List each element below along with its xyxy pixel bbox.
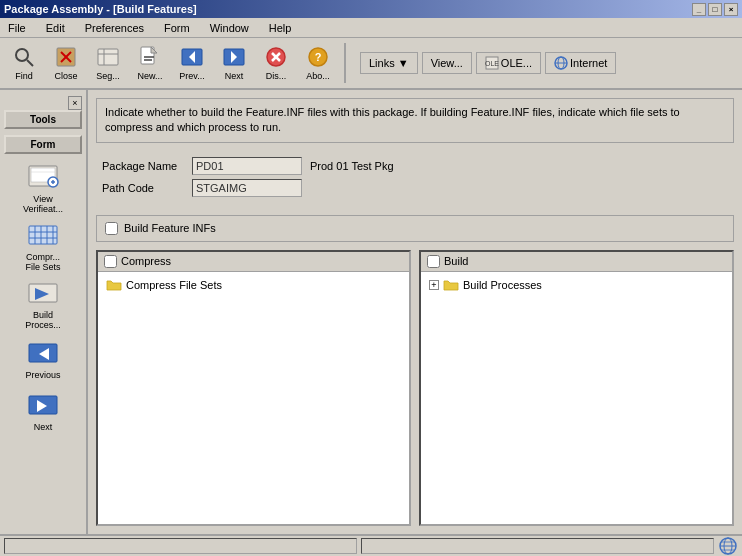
next-label: Next xyxy=(225,71,244,81)
compress-label[interactable]: Compress xyxy=(121,255,171,267)
find-label: Find xyxy=(15,71,33,81)
sidebar-close-button[interactable]: × xyxy=(68,96,82,110)
view-button[interactable]: View... xyxy=(422,52,472,74)
ole-icon: OLE xyxy=(485,56,499,70)
main-container: × Tools Form View Verifieat... xyxy=(0,90,742,534)
title-bar-buttons: _ □ × xyxy=(692,3,738,16)
build-tree-item[interactable]: + Build Processes xyxy=(425,276,728,294)
compress-panel: Compress Compress File Sets xyxy=(96,250,411,526)
prev-label: Prev... xyxy=(179,71,204,81)
menu-window[interactable]: Window xyxy=(206,20,253,36)
sidebar-view-verification-label: View Verifieat... xyxy=(23,194,63,214)
new-icon xyxy=(138,45,162,69)
compress-panel-header: Compress xyxy=(98,252,409,272)
package-name-input[interactable] xyxy=(192,157,302,175)
toolbar: Find Close Seg... New... xyxy=(0,38,742,90)
abo-icon: ? xyxy=(306,45,330,69)
sidebar-compress-file-sets-label: Compr... File Sets xyxy=(25,252,60,272)
path-code-label: Path Code xyxy=(102,182,192,194)
menu-edit[interactable]: Edit xyxy=(42,20,69,36)
form-section: Package Name Prod 01 Test Pkg Path Code xyxy=(96,151,734,207)
compress-tree-label: Compress File Sets xyxy=(126,279,222,291)
sidebar-form-section[interactable]: Form xyxy=(4,135,82,154)
compress-checkbox[interactable] xyxy=(104,255,117,268)
menu-preferences[interactable]: Preferences xyxy=(81,20,148,36)
menu-file[interactable]: File xyxy=(4,20,30,36)
toolbar-next-button[interactable]: Next xyxy=(214,40,254,86)
build-panel-header: Build xyxy=(421,252,732,272)
status-field-1 xyxy=(4,538,357,554)
next-sidebar-icon xyxy=(27,392,59,420)
path-code-row: Path Code xyxy=(102,179,728,197)
toolbar-separator xyxy=(344,43,346,83)
status-bar xyxy=(0,534,742,556)
title-bar: Package Assembly - [Build Features] _ □ … xyxy=(0,0,742,18)
sidebar: × Tools Form View Verifieat... xyxy=(0,90,88,534)
toolbar-prev-button[interactable]: Prev... xyxy=(172,40,212,86)
compress-file-sets-icon xyxy=(27,222,59,250)
menu-bar: File Edit Preferences Form Window Help xyxy=(0,18,742,38)
sidebar-item-previous[interactable]: Previous xyxy=(0,334,86,386)
build-panel: Build + Build Processes xyxy=(419,250,734,526)
content-area: Indicate whether to build the Feature.IN… xyxy=(88,90,742,534)
seg-icon xyxy=(96,45,120,69)
toolbar-find-button[interactable]: Find xyxy=(4,40,44,86)
sidebar-tools-section[interactable]: Tools xyxy=(4,110,82,129)
window-title: Package Assembly - [Build Features] xyxy=(4,3,197,15)
sidebar-item-view-verification[interactable]: View Verifieat... xyxy=(0,160,86,218)
status-field-2 xyxy=(361,538,714,554)
next-icon xyxy=(222,45,246,69)
links-button[interactable]: Links ▼ xyxy=(360,52,418,74)
close-button[interactable]: × xyxy=(724,3,738,16)
compress-panel-content: Compress File Sets xyxy=(98,272,409,524)
status-globe xyxy=(718,536,738,556)
view-verification-icon xyxy=(27,164,59,192)
build-checkbox[interactable] xyxy=(427,255,440,268)
build-processes-icon xyxy=(27,280,59,308)
abo-label: Abo... xyxy=(306,71,330,81)
info-text-box: Indicate whether to build the Feature.IN… xyxy=(96,98,734,143)
internet-button[interactable]: Internet xyxy=(545,52,616,74)
build-label[interactable]: Build xyxy=(444,255,468,267)
package-name-desc: Prod 01 Test Pkg xyxy=(310,160,394,172)
sidebar-item-compress-file-sets[interactable]: Compr... File Sets xyxy=(0,218,86,276)
dis-label: Dis... xyxy=(266,71,287,81)
svg-line-1 xyxy=(27,60,33,66)
build-folder-icon xyxy=(443,278,459,292)
sidebar-next-label: Next xyxy=(34,422,53,432)
toolbar-right-group: Links ▼ View... OLE OLE... Internet xyxy=(360,52,616,74)
path-code-input[interactable] xyxy=(192,179,302,197)
toolbar-abo-button[interactable]: ? Abo... xyxy=(298,40,338,86)
previous-icon xyxy=(27,340,59,368)
sidebar-item-next[interactable]: Next xyxy=(0,386,86,438)
svg-text:OLE: OLE xyxy=(485,60,499,67)
new-label: New... xyxy=(137,71,162,81)
close-label: Close xyxy=(54,71,77,81)
internet-icon xyxy=(554,56,568,70)
maximize-button[interactable]: □ xyxy=(708,3,722,16)
dis-icon xyxy=(264,45,288,69)
build-panel-content: + Build Processes xyxy=(421,272,732,524)
panels-row: Compress Compress File Sets Build xyxy=(96,250,734,526)
menu-form[interactable]: Form xyxy=(160,20,194,36)
build-feature-checkbox[interactable] xyxy=(105,222,118,235)
sidebar-item-build-processes[interactable]: Build Proces... xyxy=(0,276,86,334)
sidebar-previous-label: Previous xyxy=(25,370,60,380)
menu-help[interactable]: Help xyxy=(265,20,296,36)
sidebar-build-processes-label: Build Proces... xyxy=(25,310,61,330)
toolbar-seg-button[interactable]: Seg... xyxy=(88,40,128,86)
close-icon xyxy=(54,45,78,69)
tree-expand-button[interactable]: + xyxy=(429,280,439,290)
folder-icon xyxy=(106,278,122,292)
toolbar-new-button[interactable]: New... xyxy=(130,40,170,86)
prev-icon xyxy=(180,45,204,69)
build-feature-section: Build Feature INFs xyxy=(96,215,734,242)
globe-icon xyxy=(719,537,737,555)
ole-button[interactable]: OLE OLE... xyxy=(476,52,541,74)
toolbar-close-button[interactable]: Close xyxy=(46,40,86,86)
minimize-button[interactable]: _ xyxy=(692,3,706,16)
toolbar-dis-button[interactable]: Dis... xyxy=(256,40,296,86)
compress-tree-item[interactable]: Compress File Sets xyxy=(102,276,405,294)
build-feature-label[interactable]: Build Feature INFs xyxy=(124,222,216,234)
build-tree-label: Build Processes xyxy=(463,279,542,291)
